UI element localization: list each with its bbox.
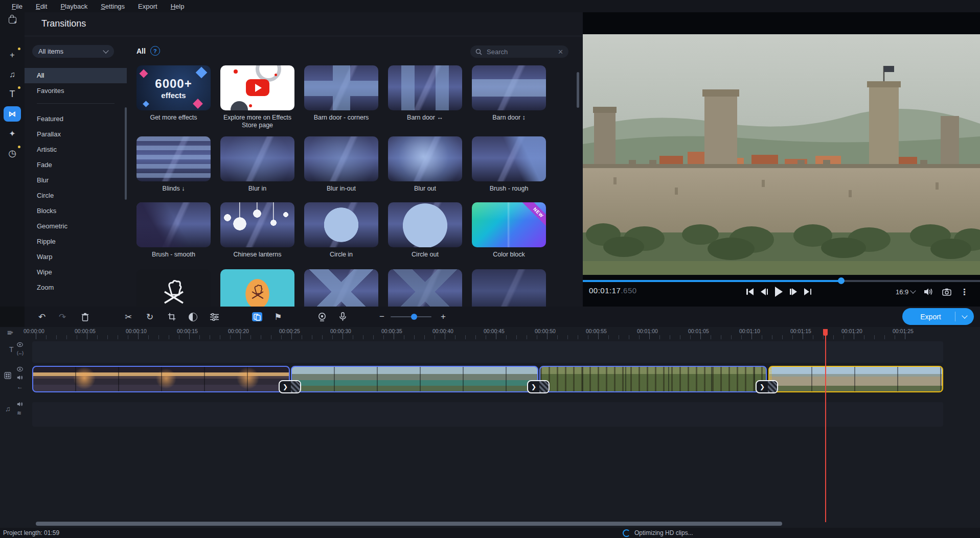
redo-button[interactable]: ↷ bbox=[54, 307, 71, 327]
transition-tile[interactable] bbox=[304, 269, 378, 307]
search-box[interactable]: ✕ bbox=[470, 45, 568, 58]
transition-tile[interactable]: Blur out bbox=[388, 136, 462, 202]
rail-item-effects-store[interactable] bbox=[4, 12, 21, 28]
audio-track-lane[interactable] bbox=[32, 402, 943, 427]
delete-button[interactable] bbox=[77, 307, 93, 327]
next-frame-button[interactable] bbox=[790, 288, 797, 295]
video-frame[interactable] bbox=[583, 34, 980, 275]
menu-item[interactable]: Settings bbox=[94, 1, 131, 12]
record-audio-mic-button[interactable] bbox=[334, 307, 351, 327]
search-input[interactable] bbox=[486, 48, 554, 56]
grid-scrollbar[interactable] bbox=[577, 72, 579, 108]
category-item[interactable]: Favorites bbox=[25, 83, 127, 99]
video-clip-harbor[interactable] bbox=[32, 366, 290, 392]
marker-flag-button[interactable]: ⚑ bbox=[270, 307, 286, 327]
category-item[interactable]: Artistic bbox=[25, 142, 127, 157]
rail-item-titles[interactable]: T bbox=[4, 86, 21, 102]
transition-tile[interactable]: Barn door ↔ bbox=[388, 65, 462, 136]
category-item[interactable]: Warp bbox=[25, 249, 127, 265]
menu-item[interactable]: Export bbox=[131, 1, 164, 12]
timeline-horizontal-scrollbar[interactable] bbox=[36, 522, 782, 526]
transition-tile[interactable] bbox=[220, 269, 294, 307]
audio-track-mute-icon[interactable] bbox=[17, 402, 23, 407]
category-item[interactable]: Blur bbox=[25, 173, 127, 188]
previous-frame-button[interactable] bbox=[761, 288, 768, 295]
crop-button[interactable] bbox=[164, 307, 180, 327]
rail-item-transitions[interactable]: ⋈ bbox=[4, 106, 21, 122]
transition-tile[interactable]: Barn door - corners bbox=[304, 65, 378, 136]
category-item[interactable]: Circle bbox=[25, 188, 127, 203]
video-clip-forest[interactable] bbox=[539, 366, 767, 392]
transition-tile[interactable]: Brush - rough bbox=[472, 136, 546, 202]
category-item[interactable]: All bbox=[25, 68, 127, 83]
transition-tile[interactable] bbox=[472, 269, 546, 307]
video-track-mute-icon[interactable] bbox=[17, 375, 23, 380]
transition-tile[interactable]: Barn door ↕ bbox=[472, 65, 546, 136]
video-clip-mountain-lake[interactable] bbox=[291, 366, 538, 392]
rail-item-import-media[interactable]: + bbox=[4, 48, 21, 63]
audio-track-wave-icon[interactable]: ≋ bbox=[17, 410, 21, 416]
category-item[interactable]: Parallax bbox=[25, 127, 127, 142]
snapshot-camera-icon[interactable] bbox=[942, 288, 951, 296]
category-item[interactable]: Featured bbox=[25, 111, 127, 127]
transition-tile[interactable]: 6000+effects Get more effects bbox=[136, 65, 211, 136]
seekbar-handle[interactable] bbox=[838, 277, 845, 284]
menu-item[interactable]: File bbox=[5, 1, 29, 12]
rail-item-stickers[interactable]: ◷ bbox=[4, 146, 21, 161]
category-scrollbar[interactable] bbox=[125, 107, 127, 200]
category-item[interactable]: Fade bbox=[25, 157, 127, 173]
category-item[interactable]: Blocks bbox=[25, 203, 127, 219]
rail-item-effects[interactable]: ✦ bbox=[4, 126, 21, 141]
title-track-visibility-icon[interactable] bbox=[17, 342, 23, 347]
transition-tile[interactable]: Blinds ↓ bbox=[136, 136, 211, 202]
export-button[interactable]: Export bbox=[902, 308, 974, 325]
transition-tile[interactable]: Explore more on Effects Store page bbox=[220, 65, 294, 136]
undo-button[interactable]: ↶ bbox=[34, 307, 50, 327]
title-track-link-icon[interactable]: (↔) bbox=[17, 350, 23, 356]
transition-handle[interactable]: ❯ bbox=[279, 380, 301, 393]
export-options-chevron[interactable] bbox=[955, 316, 974, 318]
clear-search-icon[interactable]: ✕ bbox=[558, 48, 563, 56]
play-button[interactable] bbox=[775, 287, 783, 297]
category-item[interactable]: Wipe bbox=[25, 265, 127, 280]
timeline-zoom-out-button[interactable]: − bbox=[374, 307, 390, 327]
transition-tile[interactable] bbox=[388, 269, 462, 307]
zoom-slider-handle[interactable] bbox=[411, 314, 417, 320]
webcam-capture-button[interactable] bbox=[314, 307, 330, 327]
rotate-button[interactable]: ↻ bbox=[142, 307, 158, 327]
title-track-lane[interactable] bbox=[32, 341, 943, 363]
timeline-ruler[interactable]: 00:00:0000:00:0500:00:1000:00:1500:00:20… bbox=[32, 327, 947, 339]
skip-to-end-button[interactable] bbox=[804, 288, 811, 295]
rail-item-audio[interactable]: ♫ bbox=[4, 67, 21, 82]
video-clip-walled-town-selected[interactable] bbox=[768, 366, 943, 392]
menu-item[interactable]: Help bbox=[164, 1, 191, 12]
filters-settings-button[interactable] bbox=[206, 307, 222, 327]
split-scissors-button[interactable]: ✂ bbox=[120, 307, 136, 327]
transition-tile[interactable]: Circle in bbox=[304, 202, 378, 269]
volume-icon[interactable] bbox=[924, 288, 933, 296]
category-item[interactable]: Ripple bbox=[25, 234, 127, 249]
playhead-handle[interactable] bbox=[823, 329, 828, 336]
preview-seekbar[interactable] bbox=[583, 280, 980, 282]
aspect-ratio-selector[interactable]: 16:9 bbox=[896, 288, 915, 296]
transition-handle[interactable]: ❯ bbox=[527, 380, 550, 393]
video-track-arrow-icon[interactable]: ← bbox=[17, 383, 23, 390]
skip-to-start-button[interactable] bbox=[746, 288, 754, 295]
timeline-zoom-in-button[interactable]: + bbox=[435, 307, 451, 327]
transition-tile[interactable]: Blur in bbox=[220, 136, 294, 202]
video-track-visibility-icon[interactable] bbox=[17, 367, 23, 371]
preview-more-options-icon[interactable]: ⋮ bbox=[960, 287, 968, 297]
category-filter-dropdown[interactable]: All items bbox=[32, 45, 114, 58]
timeline-zoom-slider[interactable] bbox=[391, 316, 431, 317]
transition-tile[interactable]: Circle out bbox=[388, 202, 462, 269]
transition-handle[interactable]: ❯ bbox=[756, 380, 778, 393]
category-item[interactable]: Zoom bbox=[25, 280, 127, 295]
transition-tile[interactable]: Chinese lanterns bbox=[220, 202, 294, 269]
help-icon[interactable]: ? bbox=[150, 46, 160, 56]
category-item[interactable]: Geometric bbox=[25, 219, 127, 234]
transition-tile[interactable]: NEW Color block bbox=[472, 202, 546, 269]
transition-tile[interactable]: Brush - smooth bbox=[136, 202, 211, 269]
transition-tile[interactable]: Blur in-out bbox=[304, 136, 378, 202]
transition-wizard-button[interactable] bbox=[249, 307, 265, 327]
menu-item[interactable]: Playback bbox=[54, 1, 94, 12]
